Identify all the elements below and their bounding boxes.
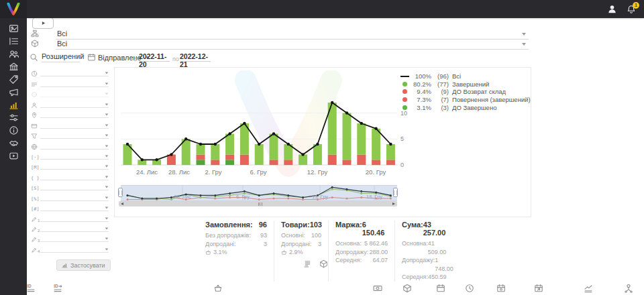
filter-select-9[interactable] (40, 152, 109, 160)
chart-lines-icon[interactable] (584, 284, 593, 293)
legend-item[interactable]: 3.1% (3) ДО Завершено (400, 103, 531, 111)
calendar-day-icon[interactable] (496, 284, 506, 293)
collapse-filters-button[interactable] (32, 17, 54, 29)
package-icon[interactable] (402, 284, 412, 293)
user-avatar[interactable] (607, 4, 617, 14)
filter-select-8[interactable] (40, 142, 109, 150)
filter-select-10[interactable] (40, 162, 109, 170)
calendar-icon[interactable] (436, 284, 445, 293)
sidebar-item-megaphone[interactable] (0, 86, 27, 99)
sidebar-item-bank[interactable] (0, 60, 27, 73)
funnel-icon (31, 132, 38, 139)
bracket-icon: [M] (31, 163, 40, 170)
calendar-icon (87, 53, 96, 62)
svg-text:ID: ID (27, 284, 32, 288)
bank-icon (9, 62, 19, 72)
sidebar-item-play-box[interactable] (0, 150, 27, 162)
filter-select-3[interactable] (40, 90, 109, 97)
filter-select-5[interactable] (40, 111, 109, 118)
chart-legend: 100% (96) Всі 80.2% (77) Завершений 9.4%… (400, 72, 531, 111)
filter-row-1 (27, 68, 114, 78)
filter-select-11[interactable] (40, 173, 109, 180)
filter-select-16[interactable] (40, 225, 109, 232)
stat-sub-row: Середня:450.59 (402, 273, 446, 282)
filter-select-14[interactable] (40, 204, 109, 211)
filter-row-16: 2 (27, 224, 114, 234)
date-from-input[interactable]: 2022-11-20 (139, 52, 170, 62)
stats-divider (394, 221, 395, 282)
scroll-right-arrow[interactable] (392, 202, 395, 205)
user-node-icon[interactable] (624, 284, 633, 293)
filter-row-12: [S] (27, 182, 114, 192)
x-tick-label: 2. Гру (205, 168, 221, 176)
filter-row-14: [#] (27, 203, 114, 213)
sidebar-item-users[interactable] (0, 48, 27, 60)
filter-select-13[interactable] (40, 194, 109, 201)
status-filter-value: Всі (56, 30, 67, 38)
legend-item[interactable]: 7.3% (7) Повернення (завершений) (400, 96, 531, 104)
sidebar-item-sliders[interactable] (0, 111, 27, 124)
orders-chart[interactable] (121, 96, 397, 178)
chart-minimap[interactable]: 28. Лис6. Гру13. Гру18. Гру (121, 185, 397, 201)
scrollbar-grip[interactable] (258, 202, 262, 206)
notifications-bell-icon[interactable]: 1 (627, 5, 636, 14)
date-to-input[interactable]: 2022-12-21 (180, 52, 211, 62)
sidebar-item-list[interactable] (0, 35, 27, 48)
sidebar-item-chart[interactable] (0, 99, 27, 111)
handshake-icon (9, 138, 19, 148)
pencil-icon: 3 (31, 235, 40, 243)
search-mode-select[interactable]: Розширений (42, 52, 80, 62)
minimap-right-handle[interactable] (393, 188, 398, 197)
filter-select-15[interactable] (40, 215, 109, 222)
play-box-icon (9, 151, 19, 161)
minimap-left-handle[interactable] (118, 188, 123, 197)
stats-divider (328, 221, 329, 282)
filter-select-2[interactable] (40, 80, 109, 87)
sidebar-item-gallery[interactable] (0, 22, 27, 35)
legend-item[interactable]: 9.4% (9) ДО Возврат склад (400, 88, 531, 96)
apply-filters-button[interactable]: Застосувати (56, 259, 111, 271)
legend-item[interactable]: 100% (96) Всі (400, 72, 531, 80)
stats-divider (274, 221, 274, 282)
sidebar-item-handshake[interactable] (0, 137, 27, 150)
filter-select-6[interactable] (40, 121, 109, 129)
brand-logo[interactable] (0, 0, 27, 18)
status-filter-select[interactable]: Всі (56, 30, 529, 40)
filter-select-1[interactable] (40, 69, 109, 76)
filter-row-17: 3 (27, 234, 114, 244)
basket-icon[interactable] (213, 284, 223, 293)
sidebar-item-tag[interactable] (0, 73, 27, 86)
app-sidebar (0, 0, 27, 295)
filter-row-3 (27, 89, 114, 99)
list-view-toggle[interactable] (303, 259, 312, 268)
scroll-left-arrow[interactable] (121, 202, 123, 205)
stat-sub-row: Допродані:3 (281, 240, 321, 249)
filter-select-18[interactable] (40, 245, 109, 253)
pie-icon (31, 70, 38, 77)
chart-scrollbar[interactable] (119, 201, 397, 206)
card-icon (31, 122, 38, 129)
notification-badge: 1 (633, 2, 639, 9)
sidebar-item-info[interactable] (0, 124, 27, 137)
x-tick-label: 20. Гру (366, 168, 386, 176)
pencil-icon: 1 (31, 215, 40, 223)
id-list-icon[interactable]: ID (26, 284, 36, 293)
filter-panel: [·] [M] { } [S] [%] [#] 1 2 3 4 (27, 68, 114, 255)
calendar-arrow-icon[interactable] (534, 284, 543, 293)
circle-icon (31, 91, 38, 98)
products-view-toggle[interactable] (319, 259, 328, 268)
stat-sub-row: Допродажу:1 748.00 (402, 256, 446, 273)
y-tick: 5 (400, 135, 404, 142)
filter-row-8 (27, 141, 114, 151)
id-link-icon[interactable]: ID (53, 284, 62, 293)
filter-select-17[interactable] (40, 235, 109, 242)
money-icon[interactable] (373, 284, 382, 293)
legend-item[interactable]: 80.2% (77) Завершений (400, 80, 531, 88)
clock-icon[interactable] (465, 284, 474, 293)
filter-row-15: 1 (27, 213, 114, 223)
filter-select-4[interactable] (40, 101, 109, 108)
stat-column: Сума:43 257.00Основна:41 509.00Допродажу… (402, 221, 446, 282)
filter-select-12[interactable] (40, 183, 109, 190)
product-filter-select[interactable]: Всі (56, 40, 529, 50)
filter-select-7[interactable] (40, 131, 109, 139)
